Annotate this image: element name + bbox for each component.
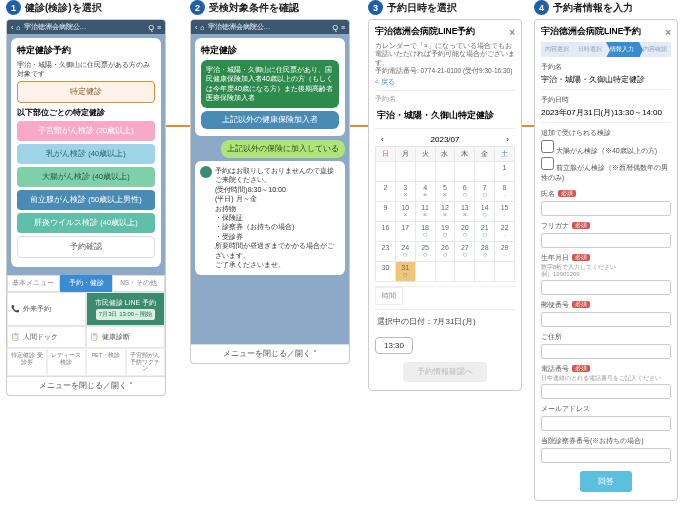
calendar-cell[interactable]: 13×: [455, 202, 475, 222]
eligible-green[interactable]: 宇治・城陽・久御山に住民票があり、国民健康保険加入者40歳以上の方（もしくは今年…: [201, 60, 339, 108]
calendar-cell[interactable]: 5×: [435, 182, 455, 202]
calendar-cell[interactable]: 28○: [475, 242, 495, 262]
back-icon[interactable]: ‹: [195, 24, 197, 31]
calendar-cell[interactable]: 10×: [395, 202, 415, 222]
bot-avatar-icon: [200, 166, 212, 178]
opt2-checkbox[interactable]: 前立腺がん検診（※西暦偶数年の男性のみ): [541, 157, 671, 184]
card-input[interactable]: [541, 448, 671, 463]
resv-label: 予約名: [541, 62, 671, 72]
calendar-cell[interactable]: 11×: [415, 202, 435, 222]
calendar-cell: 16: [376, 222, 396, 242]
tab-resv[interactable]: 予約・健診: [60, 275, 113, 292]
back-link[interactable]: < 戻る: [375, 78, 515, 86]
req-badge: 必須: [572, 301, 590, 308]
close-icon[interactable]: ×: [509, 27, 515, 38]
opt1-checkbox[interactable]: 大腸がん検診（※40歳以上の方): [541, 140, 671, 157]
req-badge: 必須: [572, 254, 590, 261]
dob-input[interactable]: [541, 280, 671, 295]
menu-toggle-1[interactable]: メニューを閉じる／開く ˅: [7, 376, 165, 395]
step2-column: 2 受検対象条件を確認 ‹ ⌂ 宇治徳洲会病院公… Q ≡ 特定健診 宇治・城陽…: [190, 0, 350, 364]
mini-1[interactable]: 特定健診 受診券: [7, 348, 47, 376]
breast-button[interactable]: 乳がん検診 (40歳以上): [17, 144, 155, 164]
calendar-cell[interactable]: 18○: [415, 222, 435, 242]
user-reply: 上記以外の保険に加入している: [221, 140, 345, 158]
search-icon[interactable]: Q: [332, 24, 337, 31]
tel-input[interactable]: [541, 384, 671, 399]
health-cell[interactable]: 📋 健康診断: [86, 326, 165, 348]
calendar-cell[interactable]: 21○: [475, 222, 495, 242]
home-icon: ⌂: [200, 24, 204, 31]
mini-2[interactable]: レディース検診: [47, 348, 87, 376]
calendar-nav: ‹ 2023/07 ›: [375, 133, 515, 146]
resv-label: 予約名: [375, 95, 515, 104]
reservation-form: 宇治徳洲会病院LINE予約 × 内容選択日時選択情報入力内容確認 予約名 宇治・…: [534, 19, 678, 501]
calendar-cell[interactable]: 6○: [455, 182, 475, 202]
calendar-cell: [475, 162, 495, 182]
back-icon[interactable]: ‹: [11, 24, 13, 31]
proceed-button[interactable]: 予約情報確認へ: [403, 362, 487, 382]
calendar-cell[interactable]: 27○: [455, 242, 475, 262]
zip-input[interactable]: [541, 312, 671, 327]
phone-2: ‹ ⌂ 宇治徳洲会病院公… Q ≡ 特定健診 宇治・城陽・久御山に住民票があり、…: [190, 19, 350, 364]
tab-basic[interactable]: 基本メニュー: [7, 275, 60, 292]
tokutei-button[interactable]: 特定健診: [17, 81, 155, 103]
confirm-button[interactable]: 予約確認: [17, 236, 155, 258]
calendar-cell: [415, 162, 435, 182]
liver-button[interactable]: 肝炎ウイルス検診 (40歳以上): [17, 213, 155, 233]
prostate-button[interactable]: 前立腺がん検診 (50歳以上男性): [17, 190, 155, 210]
calendar-cell[interactable]: 14○: [475, 202, 495, 222]
name-input[interactable]: [541, 201, 671, 216]
calendar-cell[interactable]: 26○: [435, 242, 455, 262]
calendar-cell: [455, 162, 475, 182]
step1-column: 1 健診(検診)を選択 ‹ ⌂ 宇治徳洲会病院公… Q ≡ 特定健診予約 宇治・…: [6, 0, 166, 396]
calendar-cell[interactable]: 31○: [395, 262, 415, 282]
submit-button[interactable]: 回答: [580, 471, 632, 492]
calendar-cell[interactable]: 3×: [395, 182, 415, 202]
eligible-blue[interactable]: 上記以外の健康保険加入者: [201, 111, 339, 129]
dock-cell[interactable]: 📋 人間ドック: [7, 326, 86, 348]
mini-3[interactable]: PET・検診: [86, 348, 126, 376]
step4-badge: 4: [534, 0, 549, 15]
mail-input[interactable]: [541, 416, 671, 431]
prev-month-icon[interactable]: ‹: [381, 135, 384, 144]
kana-input[interactable]: [541, 233, 671, 248]
outpatient-label: 外来予約: [23, 304, 51, 314]
search-icon[interactable]: Q: [148, 24, 153, 31]
zip-label: 郵便番号: [541, 300, 569, 310]
menu-icon[interactable]: ≡: [341, 24, 345, 31]
calendar-cell: 29-: [495, 242, 515, 262]
calendar-cell[interactable]: 20○: [455, 222, 475, 242]
section-label: 以下部位ごとの特定健診: [17, 107, 155, 118]
calendar-table: 日月火水木金土1-23×4×5×6○7○8-910×11×12×13×14○15…: [375, 146, 515, 282]
menu-icon[interactable]: ≡: [157, 24, 161, 31]
dob-label: 生年月日: [541, 253, 569, 263]
tab-ns[interactable]: NS・その他: [112, 275, 165, 292]
line-resv-cell[interactable]: 市民健診 LINE 予約 7月3日 13:00～開始: [86, 292, 165, 326]
menu-toggle-2[interactable]: メニューを閉じる／開く ˅: [191, 344, 349, 363]
mail-label: メールアドレス: [541, 404, 671, 414]
time-head: 時間: [375, 287, 403, 305]
next-month-icon[interactable]: ›: [506, 135, 509, 144]
addr-label: ご住所: [541, 332, 671, 342]
calendar-cell[interactable]: 12×: [435, 202, 455, 222]
mini-4[interactable]: 子宮頸がん 予防ワクチン: [126, 348, 166, 376]
calendar-cell[interactable]: 25○: [415, 242, 435, 262]
calendar-cell: [376, 162, 396, 182]
step3-title: 予約日時を選択: [387, 1, 457, 15]
home-icon: ⌂: [16, 24, 20, 31]
calendar-month: 2023/07: [431, 135, 460, 144]
time-chip[interactable]: 13:30: [375, 337, 413, 354]
colon-button[interactable]: 大腸がん検診 (40歳以上): [17, 167, 155, 187]
outpatient-cell[interactable]: 📞 外来予約: [7, 292, 86, 326]
calendar-cell[interactable]: 7○: [475, 182, 495, 202]
cervical-button[interactable]: 子宮頸がん検診 (20歳以上): [17, 121, 155, 141]
dob-hint: 数字8桁で入力してください 例）19901209: [541, 264, 671, 278]
calendar-cell[interactable]: 19○: [435, 222, 455, 242]
calendar-cell: [395, 162, 415, 182]
calendar-cell[interactable]: 24○: [395, 242, 415, 262]
resv-name: 宇治・城陽・久御山特定健診: [541, 72, 671, 90]
addr-input[interactable]: [541, 344, 671, 359]
step2-title: 受検対象条件を確認: [209, 1, 299, 15]
close-icon[interactable]: ×: [665, 27, 671, 38]
calendar-cell[interactable]: 4×: [415, 182, 435, 202]
